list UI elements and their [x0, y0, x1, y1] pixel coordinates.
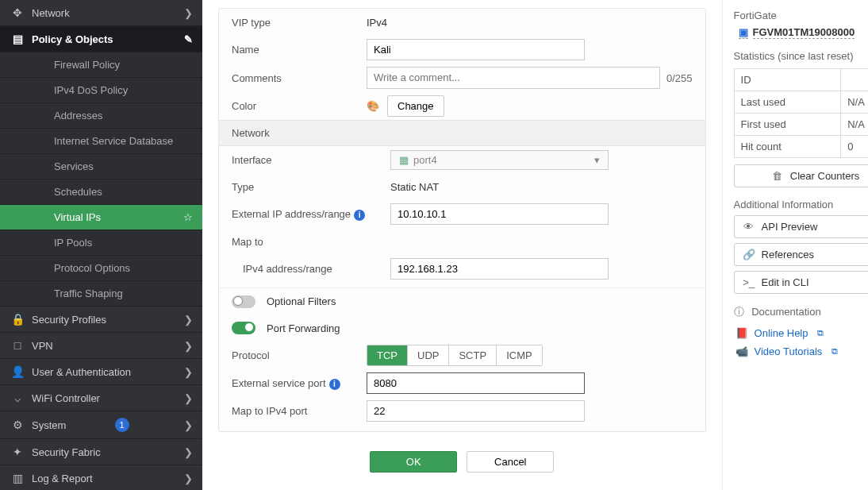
color-label: Color	[232, 100, 367, 112]
chevron-down-icon: ▾	[594, 154, 600, 166]
references-button[interactable]: 🔗 References	[734, 243, 868, 266]
stat-value	[841, 69, 868, 91]
sidebar-item-internet-service-database[interactable]: Internet Service Database	[0, 129, 202, 154]
wand-icon: ✎	[184, 33, 193, 45]
trash-icon: 🗑	[771, 170, 784, 182]
ok-button[interactable]: OK	[370, 451, 457, 473]
sidebar-item-traffic-shaping[interactable]: Traffic Shaping	[0, 281, 202, 307]
stat-key: Last used	[734, 91, 841, 114]
nav-icon: ✦	[10, 446, 25, 458]
ipv4-addr-input[interactable]	[390, 258, 609, 280]
map-to-label: Map to	[232, 236, 390, 248]
sidebar-item-system[interactable]: ⚙System1❯	[0, 411, 202, 439]
clear-counters-button[interactable]: 🗑 Clear Counters	[734, 164, 868, 187]
nav-icon: ⌵	[10, 392, 25, 404]
external-link-icon: ⧉	[817, 328, 824, 338]
chevron-right-icon: ❯	[184, 446, 193, 458]
nav-icon: 👤	[10, 365, 25, 378]
sidebar-item-vpn[interactable]: □VPN❯	[0, 333, 202, 359]
protocol-group: TCPUDPSCTPICMP	[367, 345, 543, 366]
external-port-label: External service porti	[232, 377, 367, 390]
fortigate-name[interactable]: FGVM01TM19008000	[753, 26, 855, 39]
online-help-link[interactable]: Online Help	[755, 327, 808, 339]
protocol-udp[interactable]: UDP	[408, 345, 449, 365]
sidebar-item-schedules[interactable]: Schedules	[0, 179, 202, 205]
port-forwarding-label: Port Forwarding	[267, 322, 340, 334]
sidebar-item-firewall-policy[interactable]: Firewall Policy	[0, 52, 202, 78]
nav-label: Security Fabric	[32, 446, 101, 458]
nav-label: IPv4 DoS Policy	[54, 84, 128, 96]
comments-input[interactable]	[367, 67, 660, 89]
map-port-input[interactable]	[367, 400, 585, 422]
sidebar-item-user-authentication[interactable]: 👤User & Authentication❯	[0, 359, 202, 385]
help-icon: ⓘ	[734, 306, 744, 318]
chevron-right-icon: ❯	[184, 314, 193, 326]
stat-value: 0	[841, 136, 868, 158]
protocol-icmp[interactable]: ICMP	[497, 345, 542, 365]
protocol-tcp[interactable]: TCP	[367, 345, 408, 365]
sidebar-item-ip-pools[interactable]: IP Pools	[0, 230, 202, 256]
nav-label: IP Pools	[54, 237, 92, 249]
optional-filters-toggle[interactable]	[232, 295, 260, 308]
type-label: Type	[232, 181, 390, 193]
sidebar-item-ipv4-dos-policy[interactable]: IPv4 DoS Policy	[0, 78, 202, 103]
cancel-button[interactable]: Cancel	[467, 451, 554, 473]
chevron-right-icon: ❯	[184, 392, 193, 404]
nav-label: VPN	[32, 340, 53, 352]
terminal-icon: >_	[743, 276, 755, 288]
chevron-right-icon: ❯	[184, 7, 193, 19]
statistics-table: IDLast usedN/AFirst usedN/AHit count0	[734, 68, 868, 158]
nav-label: User & Authentication	[32, 366, 131, 378]
sidebar-item-security-fabric[interactable]: ✦Security Fabric❯	[0, 439, 202, 465]
api-preview-button[interactable]: 👁 API Preview	[734, 215, 868, 238]
interface-select[interactable]: ▦ port4 ▾	[390, 150, 609, 170]
name-input[interactable]	[367, 39, 585, 60]
video-tutorials-link[interactable]: Video Tutorials	[755, 345, 823, 357]
chevron-right-icon: ❯	[184, 366, 193, 378]
nav-icon: ⚙	[10, 419, 25, 431]
ipv4-addr-label: IPv4 address/range	[232, 263, 390, 275]
external-port-input[interactable]	[367, 372, 585, 394]
nav-label: Services	[54, 160, 94, 172]
nav-label: Security Profiles	[32, 314, 106, 326]
sidebar-nav: ✥Network❯▤Policy & Objects✎Firewall Poli…	[0, 0, 202, 490]
stat-key: First used	[734, 114, 841, 136]
vip-type-label: VIP type	[232, 17, 367, 29]
stat-key: ID	[734, 69, 841, 91]
sidebar-item-log-report[interactable]: ▥Log & Report❯	[0, 465, 202, 490]
sidebar-item-addresses[interactable]: Addresses	[0, 103, 202, 129]
video-icon: 📹	[735, 345, 748, 357]
sidebar-item-protocol-options[interactable]: Protocol Options	[0, 256, 202, 281]
sidebar-item-security-profiles[interactable]: 🔒Security Profiles❯	[0, 307, 202, 333]
comments-counter: 0/255	[666, 72, 693, 84]
sidebar-item-network[interactable]: ✥Network❯	[0, 0, 202, 26]
sidebar-item-virtual-ips[interactable]: Virtual IPs☆	[0, 205, 202, 230]
star-icon: ☆	[183, 211, 193, 223]
protocol-sctp[interactable]: SCTP	[449, 345, 497, 365]
additional-info-heading: Additional Information	[734, 199, 868, 210]
nav-label: Addresses	[54, 110, 102, 122]
external-link-icon: ⧉	[832, 346, 838, 357]
port-forwarding-toggle[interactable]	[232, 322, 260, 334]
info-icon[interactable]: i	[354, 210, 365, 221]
table-row: ID	[734, 69, 868, 91]
nav-label: Policy & Objects	[32, 33, 113, 45]
sidebar-item-policy-objects[interactable]: ▤Policy & Objects✎	[0, 26, 202, 52]
network-section-header: Network	[219, 120, 705, 146]
sidebar-item-wifi-controller[interactable]: ⌵WiFi Controller❯	[0, 385, 202, 411]
comments-label: Comments	[232, 72, 367, 84]
nav-label: Virtual IPs	[54, 211, 101, 223]
statistics-heading: Statistics (since last reset)	[734, 50, 868, 62]
table-row: Last usedN/A	[734, 91, 868, 114]
interface-label: Interface	[232, 154, 390, 166]
nav-label: Log & Report	[32, 473, 93, 484]
info-icon[interactable]: i	[329, 379, 340, 390]
change-color-button[interactable]: Change	[387, 95, 444, 117]
name-label: Name	[232, 44, 367, 56]
external-ip-input[interactable]	[390, 203, 609, 225]
vip-type-value: IPv4	[367, 17, 387, 29]
edit-cli-button[interactable]: >_ Edit in CLI	[734, 271, 868, 294]
documentation-heading: Documentation	[751, 306, 820, 318]
sidebar-item-services[interactable]: Services	[0, 154, 202, 179]
external-ip-label: External IP address/rangei	[232, 208, 390, 221]
